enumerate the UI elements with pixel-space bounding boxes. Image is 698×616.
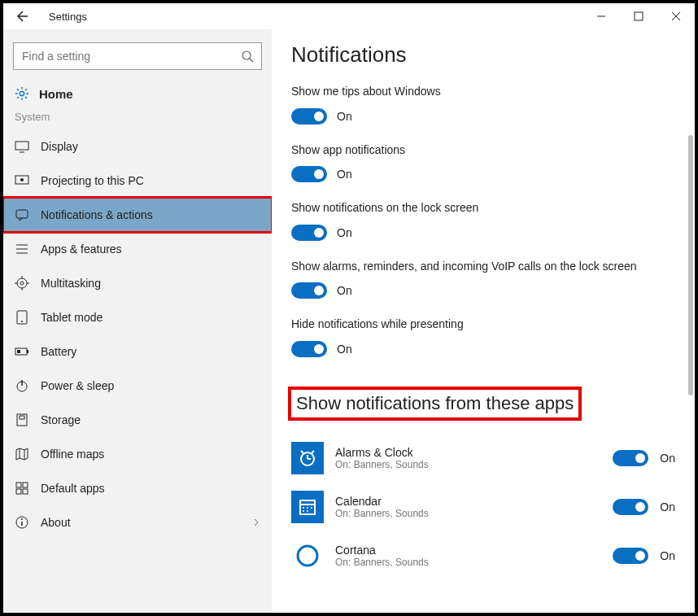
sidebar-item-display[interactable]: Display — [3, 129, 272, 164]
toggle-state: On — [337, 168, 352, 181]
svg-line-40 — [301, 451, 303, 453]
toggle-app-cortana[interactable] — [613, 548, 648, 564]
app-name: Alarms & Clock — [335, 446, 601, 459]
maps-icon — [15, 447, 29, 461]
sidebar-item-label: Offline maps — [41, 448, 104, 461]
gear-icon — [15, 86, 29, 101]
setting-label: Show alarms, reminders, and incoming VoI… — [291, 259, 675, 275]
sidebar-item-about[interactable]: About — [3, 505, 272, 540]
svg-point-2 — [242, 51, 251, 59]
app-row-cortana[interactable]: Cortana On: Banners, Sounds On — [291, 531, 675, 580]
sidebar-item-label: About — [41, 516, 71, 529]
svg-rect-23 — [17, 350, 20, 353]
setting-label: Show notifications on the lock screen — [291, 200, 675, 216]
monitor-icon — [15, 139, 29, 154]
battery-icon — [15, 344, 29, 359]
svg-rect-30 — [16, 483, 21, 487]
sidebar-item-label: Storage — [41, 413, 81, 426]
calendar-icon — [291, 491, 324, 523]
alarm-clock-icon — [291, 442, 324, 474]
app-toggle-wrap: On — [613, 499, 675, 515]
window-controls — [582, 3, 695, 29]
svg-rect-27 — [20, 416, 24, 419]
sidebar-item-label: Default apps — [41, 482, 105, 495]
storage-icon — [15, 413, 29, 427]
setting-label: Hide notifications while presenting — [291, 317, 675, 333]
minimize-button[interactable] — [582, 3, 620, 29]
app-info: Cortana On: Banners, Sounds — [335, 544, 601, 568]
sidebar-item-notifications[interactable]: Notifications & actions — [3, 198, 272, 232]
svg-point-36 — [21, 518, 23, 520]
setting-alarms-lock: Show alarms, reminders, and incoming VoI… — [291, 259, 675, 299]
power-icon — [15, 378, 29, 393]
svg-line-41 — [312, 451, 314, 453]
app-subtitle: On: Banners, Sounds — [335, 459, 601, 470]
toggle-hide-presenting[interactable] — [291, 341, 327, 357]
svg-point-8 — [20, 178, 24, 181]
toggle-app-alarms[interactable] — [613, 450, 648, 466]
projecting-icon — [15, 173, 29, 188]
svg-rect-33 — [23, 489, 28, 494]
sidebar-item-label: Notifications & actions — [41, 208, 153, 221]
search-container — [13, 42, 262, 70]
sidebar-item-maps[interactable]: Offline maps — [3, 437, 272, 471]
sidebar-item-label: Projecting to this PC — [41, 174, 144, 187]
sidebar-item-storage[interactable]: Storage — [3, 403, 272, 437]
maximize-button[interactable] — [620, 3, 657, 29]
toggle-app-calendar[interactable] — [613, 499, 648, 515]
maximize-icon — [634, 11, 643, 21]
app-row-alarms[interactable]: Alarms & Clock On: Banners, Sounds On — [291, 434, 675, 483]
info-icon — [15, 515, 29, 530]
close-button[interactable] — [657, 3, 695, 29]
setting-label: Show me tips about Windows — [291, 84, 675, 100]
svg-point-14 — [20, 282, 24, 285]
sidebar-item-label: Battery — [41, 345, 76, 358]
app-toggle-wrap: On — [613, 548, 675, 564]
sidebar-item-multitasking[interactable]: Multitasking — [3, 266, 272, 300]
svg-point-49 — [298, 546, 317, 566]
app-subtitle: On: Banners, Sounds — [335, 557, 601, 568]
app-subtitle: On: Banners, Sounds — [335, 508, 601, 519]
svg-line-3 — [250, 59, 253, 62]
sidebar-item-label: Power & sleep — [41, 379, 114, 392]
toggle-app-notifications[interactable] — [291, 166, 327, 182]
scrollbar-thumb[interactable] — [688, 135, 693, 395]
page-title: Notifications — [291, 42, 675, 68]
notifications-icon — [15, 208, 29, 222]
sidebar-item-label: Multitasking — [41, 277, 101, 290]
sidebar-item-apps[interactable]: Apps & features — [3, 232, 272, 266]
sidebar-item-default-apps[interactable]: Default apps — [3, 471, 272, 505]
toggle-state: On — [337, 110, 352, 123]
sidebar-item-power[interactable]: Power & sleep — [3, 369, 272, 403]
search-input[interactable] — [13, 42, 262, 70]
sidebar-item-battery[interactable]: Battery — [3, 334, 272, 369]
app-toggle-wrap: On — [613, 450, 675, 466]
main-pane: Notifications Show me tips about Windows… — [272, 29, 695, 613]
toggle-state: On — [337, 343, 352, 356]
toggle-alarms-lock[interactable] — [291, 282, 327, 299]
tablet-icon — [15, 310, 29, 325]
toggle-lock-screen[interactable] — [291, 225, 327, 241]
setting-label: Show app notifications — [291, 142, 675, 159]
apps-section-heading: Show notifications from these apps — [291, 390, 578, 417]
section-label: System — [3, 111, 272, 129]
content-area: Home System Display Projecting to this P… — [3, 29, 695, 613]
settings-window: Settings Home Sys — [0, 0, 698, 616]
setting-tips: Show me tips about Windows On — [291, 84, 675, 125]
sidebar-item-label: Tablet mode — [41, 311, 103, 324]
back-button[interactable] — [10, 3, 36, 29]
app-name: Cortana — [335, 544, 601, 557]
app-row-calendar[interactable]: Calendar On: Banners, Sounds On — [291, 483, 675, 531]
home-nav[interactable]: Home — [3, 81, 272, 111]
toggle-tips[interactable] — [291, 108, 327, 125]
window-title: Settings — [49, 11, 87, 23]
sidebar-item-tablet[interactable]: Tablet mode — [3, 300, 272, 334]
cortana-icon — [291, 540, 324, 572]
sidebar-item-projecting[interactable]: Projecting to this PC — [3, 164, 272, 198]
toggle-row: On — [291, 166, 675, 182]
sidebar-item-label: Apps & features — [41, 242, 122, 256]
svg-rect-31 — [23, 483, 28, 487]
search-icon — [241, 50, 254, 63]
multitasking-icon — [15, 276, 29, 291]
scrollbar[interactable] — [687, 135, 695, 395]
